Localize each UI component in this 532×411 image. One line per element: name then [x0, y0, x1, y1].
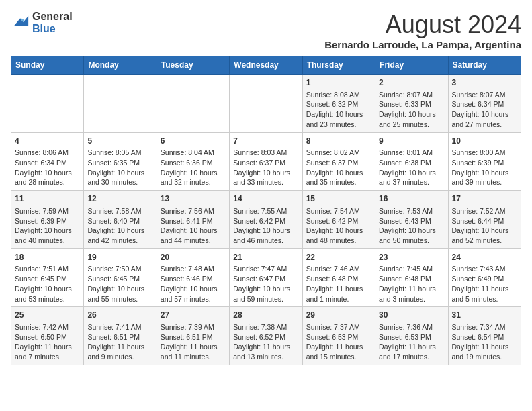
day-number: 5 — [87, 136, 152, 147]
day-info: Sunrise: 8:08 AM Sunset: 6:32 PM Dayligh… — [306, 90, 371, 130]
calendar-cell: 11Sunrise: 7:59 AM Sunset: 6:39 PM Dayli… — [11, 191, 84, 249]
calendar-cell: 7Sunrise: 8:03 AM Sunset: 6:37 PM Daylig… — [230, 132, 302, 191]
calendar-cell: 14Sunrise: 7:55 AM Sunset: 6:42 PM Dayli… — [230, 191, 302, 249]
calendar-cell — [230, 75, 302, 133]
day-info: Sunrise: 7:39 AM Sunset: 6:51 PM Dayligh… — [161, 322, 226, 362]
day-info: Sunrise: 7:37 AM Sunset: 6:53 PM Dayligh… — [306, 322, 371, 362]
day-number: 4 — [15, 136, 80, 147]
calendar-cell: 21Sunrise: 7:47 AM Sunset: 6:47 PM Dayli… — [230, 248, 302, 307]
day-info: Sunrise: 7:58 AM Sunset: 6:40 PM Dayligh… — [87, 206, 152, 246]
day-info: Sunrise: 7:53 AM Sunset: 6:43 PM Dayligh… — [379, 206, 444, 246]
day-number: 25 — [15, 310, 80, 321]
day-number: 6 — [161, 136, 226, 147]
day-number: 15 — [306, 193, 371, 205]
day-info: Sunrise: 7:42 AM Sunset: 6:50 PM Dayligh… — [15, 322, 80, 362]
day-info: Sunrise: 8:05 AM Sunset: 6:35 PM Dayligh… — [87, 148, 152, 187]
weekday-header-row: SundayMondayTuesdayWednesdayThursdayFrid… — [11, 56, 521, 75]
calendar-cell — [157, 75, 229, 133]
day-info: Sunrise: 7:52 AM Sunset: 6:44 PM Dayligh… — [452, 206, 517, 246]
day-number: 1 — [306, 77, 371, 89]
day-info: Sunrise: 7:41 AM Sunset: 6:51 PM Dayligh… — [87, 322, 152, 362]
calendar-cell: 27Sunrise: 7:39 AM Sunset: 6:51 PM Dayli… — [157, 307, 229, 365]
day-info: Sunrise: 8:07 AM Sunset: 6:33 PM Dayligh… — [379, 90, 444, 130]
calendar-cell: 9Sunrise: 8:01 AM Sunset: 6:38 PM Daylig… — [375, 132, 448, 191]
calendar-cell: 4Sunrise: 8:06 AM Sunset: 6:34 PM Daylig… — [11, 132, 84, 191]
calendar-cell: 19Sunrise: 7:50 AM Sunset: 6:45 PM Dayli… — [84, 248, 157, 307]
day-number: 17 — [452, 193, 517, 205]
day-number: 24 — [452, 252, 517, 263]
svg-marker-0 — [14, 16, 28, 26]
day-number: 31 — [452, 310, 517, 321]
day-number: 14 — [233, 193, 298, 205]
day-number: 11 — [15, 193, 80, 205]
calendar-cell: 17Sunrise: 7:52 AM Sunset: 6:44 PM Dayli… — [448, 191, 521, 249]
week-row-5: 25Sunrise: 7:42 AM Sunset: 6:50 PM Dayli… — [11, 307, 521, 365]
calendar-cell — [84, 75, 157, 133]
calendar-cell: 15Sunrise: 7:54 AM Sunset: 6:42 PM Dayli… — [302, 191, 375, 249]
day-number: 21 — [233, 252, 298, 263]
calendar-cell: 29Sunrise: 7:37 AM Sunset: 6:53 PM Dayli… — [302, 307, 375, 365]
month-title: August 2024 — [324, 11, 521, 39]
calendar-cell: 10Sunrise: 8:00 AM Sunset: 6:39 PM Dayli… — [448, 132, 521, 191]
day-number: 2 — [379, 77, 444, 89]
day-info: Sunrise: 8:04 AM Sunset: 6:36 PM Dayligh… — [161, 148, 226, 187]
day-number: 12 — [87, 193, 152, 205]
day-number: 3 — [452, 77, 517, 89]
day-info: Sunrise: 7:59 AM Sunset: 6:39 PM Dayligh… — [15, 206, 80, 246]
logo-icon — [11, 13, 30, 32]
day-info: Sunrise: 8:00 AM Sunset: 6:39 PM Dayligh… — [452, 148, 517, 187]
calendar-cell: 13Sunrise: 7:56 AM Sunset: 6:41 PM Dayli… — [157, 191, 229, 249]
calendar-cell: 22Sunrise: 7:46 AM Sunset: 6:48 PM Dayli… — [302, 248, 375, 307]
day-number: 16 — [379, 193, 444, 205]
calendar-cell: 5Sunrise: 8:05 AM Sunset: 6:35 PM Daylig… — [84, 132, 157, 191]
day-number: 27 — [161, 310, 226, 321]
day-number: 28 — [233, 310, 298, 321]
day-number: 13 — [161, 193, 226, 205]
day-info: Sunrise: 7:43 AM Sunset: 6:49 PM Dayligh… — [452, 264, 517, 304]
weekday-header-tuesday: Tuesday — [157, 56, 229, 75]
day-info: Sunrise: 7:38 AM Sunset: 6:52 PM Dayligh… — [233, 322, 298, 362]
day-info: Sunrise: 7:47 AM Sunset: 6:47 PM Dayligh… — [233, 264, 298, 304]
logo-line2: Blue — [32, 23, 73, 35]
weekday-header-wednesday: Wednesday — [230, 56, 302, 75]
calendar-header: SundayMondayTuesdayWednesdayThursdayFrid… — [11, 56, 521, 75]
location-subtitle: Bernardo Larroude, La Pampa, Argentina — [324, 39, 521, 50]
weekday-header-saturday: Saturday — [448, 56, 521, 75]
day-info: Sunrise: 7:55 AM Sunset: 6:42 PM Dayligh… — [233, 206, 298, 246]
day-number: 26 — [87, 310, 152, 321]
day-info: Sunrise: 7:36 AM Sunset: 6:53 PM Dayligh… — [379, 322, 444, 362]
day-number: 30 — [379, 310, 444, 321]
day-info: Sunrise: 7:56 AM Sunset: 6:41 PM Dayligh… — [161, 206, 226, 246]
title-block: August 2024 Bernardo Larroude, La Pampa,… — [324, 11, 521, 50]
day-info: Sunrise: 7:46 AM Sunset: 6:48 PM Dayligh… — [306, 264, 371, 304]
weekday-header-thursday: Thursday — [302, 56, 375, 75]
week-row-1: 1Sunrise: 8:08 AM Sunset: 6:32 PM Daylig… — [11, 75, 521, 133]
calendar-cell: 16Sunrise: 7:53 AM Sunset: 6:43 PM Dayli… — [375, 191, 448, 249]
calendar-table: SundayMondayTuesdayWednesdayThursdayFrid… — [11, 56, 521, 365]
calendar-body: 1Sunrise: 8:08 AM Sunset: 6:32 PM Daylig… — [11, 75, 521, 365]
page-header: General Blue August 2024 Bernardo Larrou… — [11, 11, 521, 50]
day-number: 23 — [379, 252, 444, 263]
day-info: Sunrise: 7:50 AM Sunset: 6:45 PM Dayligh… — [87, 264, 152, 304]
day-info: Sunrise: 7:54 AM Sunset: 6:42 PM Dayligh… — [306, 206, 371, 246]
calendar-cell: 28Sunrise: 7:38 AM Sunset: 6:52 PM Dayli… — [230, 307, 302, 365]
day-number: 29 — [306, 310, 371, 321]
calendar-cell: 23Sunrise: 7:45 AM Sunset: 6:48 PM Dayli… — [375, 248, 448, 307]
week-row-3: 11Sunrise: 7:59 AM Sunset: 6:39 PM Dayli… — [11, 191, 521, 249]
calendar-cell — [11, 75, 84, 133]
weekday-header-sunday: Sunday — [11, 56, 84, 75]
logo-line1: General — [32, 11, 73, 23]
day-number: 9 — [379, 136, 444, 147]
day-info: Sunrise: 7:51 AM Sunset: 6:45 PM Dayligh… — [15, 264, 80, 304]
calendar-cell: 3Sunrise: 8:07 AM Sunset: 6:34 PM Daylig… — [448, 75, 521, 133]
calendar-cell: 8Sunrise: 8:02 AM Sunset: 6:37 PM Daylig… — [302, 132, 375, 191]
day-info: Sunrise: 7:34 AM Sunset: 6:54 PM Dayligh… — [452, 322, 517, 362]
calendar-cell: 1Sunrise: 8:08 AM Sunset: 6:32 PM Daylig… — [302, 75, 375, 133]
day-info: Sunrise: 7:48 AM Sunset: 6:46 PM Dayligh… — [161, 264, 226, 304]
day-number: 7 — [233, 136, 298, 147]
day-info: Sunrise: 8:01 AM Sunset: 6:38 PM Dayligh… — [379, 148, 444, 187]
week-row-4: 18Sunrise: 7:51 AM Sunset: 6:45 PM Dayli… — [11, 248, 521, 307]
day-number: 18 — [15, 252, 80, 263]
logo: General Blue — [11, 11, 73, 36]
weekday-header-monday: Monday — [84, 56, 157, 75]
